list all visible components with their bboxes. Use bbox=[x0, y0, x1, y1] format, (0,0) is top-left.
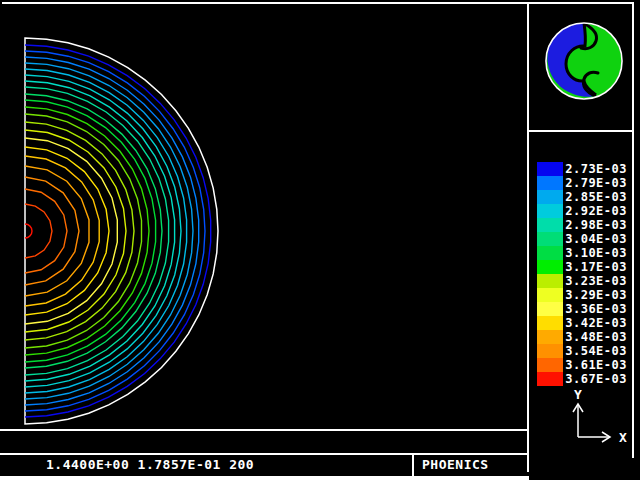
legend-value: 3.36E-03 bbox=[565, 302, 627, 316]
legend-row: 3.29E-03 bbox=[528, 288, 632, 302]
contour-plot-canvas[interactable] bbox=[0, 0, 528, 430]
legend-value: 2.92E-03 bbox=[565, 204, 627, 218]
legend-swatch bbox=[537, 260, 563, 274]
contour-line bbox=[25, 130, 126, 332]
contour-line bbox=[25, 204, 52, 258]
legend-swatch bbox=[537, 190, 563, 204]
legend-value: 3.54E-03 bbox=[565, 344, 627, 358]
legend-swatch bbox=[537, 162, 563, 176]
contour-line bbox=[25, 138, 117, 324]
logo-box-bottom-border bbox=[527, 130, 634, 132]
legend-swatch bbox=[537, 344, 563, 358]
legend-value: 3.04E-03 bbox=[565, 232, 627, 246]
legend-swatch bbox=[537, 218, 563, 232]
legend-swatch bbox=[537, 232, 563, 246]
legend-value: 2.73E-03 bbox=[565, 162, 627, 176]
legend-row: 3.23E-03 bbox=[528, 274, 632, 288]
legend-swatch bbox=[537, 358, 563, 372]
legend-row: 3.36E-03 bbox=[528, 302, 632, 316]
legend-row: 2.79E-03 bbox=[528, 176, 632, 190]
axis-label-x: X bbox=[619, 430, 627, 445]
legend-value: 3.42E-03 bbox=[565, 316, 627, 330]
legend-value: 3.67E-03 bbox=[565, 372, 627, 386]
legend-row: 3.54E-03 bbox=[528, 344, 632, 358]
domain-boundary bbox=[25, 38, 218, 424]
legend-swatch bbox=[537, 288, 563, 302]
legend-value: 2.85E-03 bbox=[565, 190, 627, 204]
legend-row: 3.42E-03 bbox=[528, 316, 632, 330]
legend-swatch bbox=[537, 176, 563, 190]
legend-value: 2.79E-03 bbox=[565, 176, 627, 190]
legend-swatch bbox=[537, 204, 563, 218]
legend-swatch bbox=[537, 246, 563, 260]
cham-phoenics-logo-icon bbox=[543, 20, 625, 102]
legend-value: 3.10E-03 bbox=[565, 246, 627, 260]
legend-value: 3.23E-03 bbox=[565, 274, 627, 288]
legend-swatch bbox=[537, 316, 563, 330]
legend-panel: 2.73E-032.79E-032.85E-032.92E-032.98E-03… bbox=[528, 162, 632, 386]
axis-label-y: Y bbox=[574, 388, 582, 402]
legend-value: 2.98E-03 bbox=[565, 218, 627, 232]
axis-indicator: Y X bbox=[535, 388, 635, 448]
legend-value: 3.48E-03 bbox=[565, 330, 627, 344]
legend-swatch bbox=[537, 302, 563, 316]
legend-row: 3.67E-03 bbox=[528, 372, 632, 386]
app-name-label: PHOENICS bbox=[414, 453, 534, 477]
legend-row: 3.17E-03 bbox=[528, 260, 632, 274]
legend-row: 3.48E-03 bbox=[528, 330, 632, 344]
legend-swatch bbox=[537, 274, 563, 288]
legend-row: 3.10E-03 bbox=[528, 246, 632, 260]
status-values: 1.4400E+00 1.7857E-01 200 bbox=[0, 453, 456, 477]
legend-row: 2.92E-03 bbox=[528, 204, 632, 218]
legend-swatch bbox=[537, 372, 563, 386]
legend-row: 2.85E-03 bbox=[528, 190, 632, 204]
legend-row: 3.61E-03 bbox=[528, 358, 632, 372]
legend-row: 2.98E-03 bbox=[528, 218, 632, 232]
legend-swatch bbox=[537, 330, 563, 344]
legend-row: 3.04E-03 bbox=[528, 232, 632, 246]
contour-line bbox=[25, 224, 32, 238]
legend-value: 3.61E-03 bbox=[565, 358, 627, 372]
legend-value: 3.29E-03 bbox=[565, 288, 627, 302]
legend-value: 3.17E-03 bbox=[565, 260, 627, 274]
contour-line bbox=[25, 75, 181, 387]
legend-row: 2.73E-03 bbox=[528, 162, 632, 176]
